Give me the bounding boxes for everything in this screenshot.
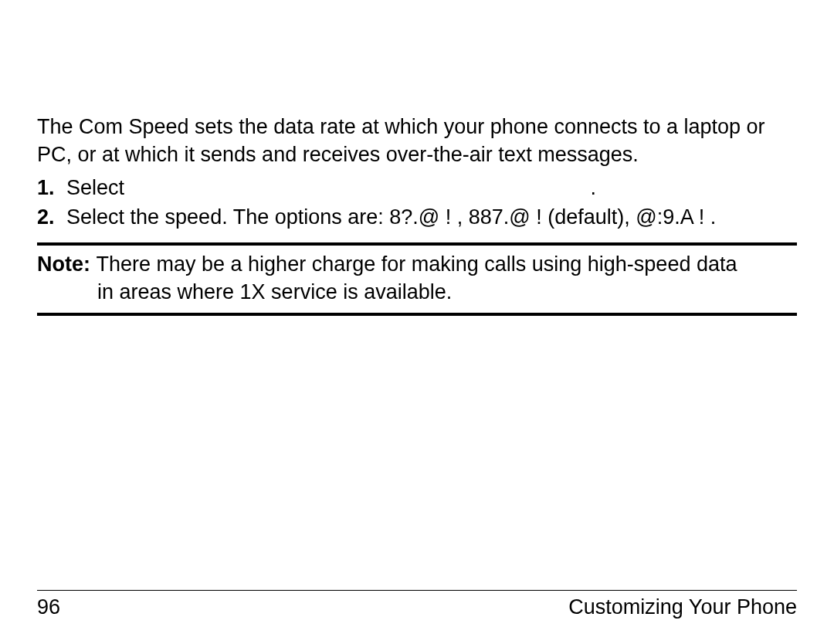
step-2: 2. Select the speed. The options are: 8?… — [37, 203, 797, 231]
page-content: The Com Speed sets the data rate at whic… — [37, 0, 797, 316]
note-line2: in areas where 1X service is available. — [37, 278, 797, 306]
step-text: Select the speed. The options are: 8?.@ … — [66, 203, 797, 231]
step-number: 1. — [37, 174, 66, 202]
step1-select: Select — [66, 174, 124, 202]
intro-paragraph: The Com Speed sets the data rate at whic… — [37, 113, 797, 169]
steps-list: 1. Select . 2. Select the speed. The opt… — [37, 174, 797, 232]
page-number: 96 — [37, 595, 60, 619]
note-block: Note: There may be a higher charge for m… — [37, 242, 797, 316]
step-1: 1. Select . — [37, 174, 797, 202]
note-text1: There may be a higher charge for making … — [97, 253, 737, 276]
step1-dot: . — [590, 174, 797, 202]
step-text: Select . — [66, 174, 797, 202]
footer-section: Customizing Your Phone — [568, 595, 797, 619]
step-number: 2. — [37, 203, 66, 231]
note-line1: Note: There may be a higher charge for m… — [37, 250, 797, 278]
page-footer: 96 Customizing Your Phone — [37, 590, 797, 619]
note-label: Note: — [37, 253, 97, 276]
